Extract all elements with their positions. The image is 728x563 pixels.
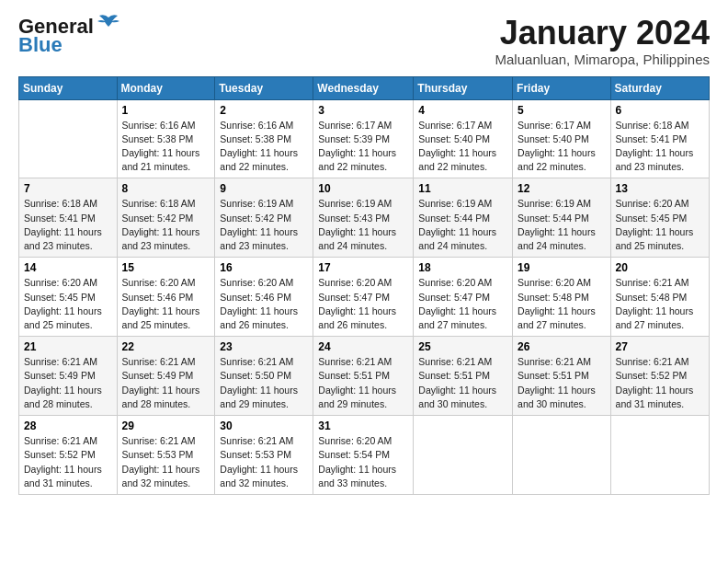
day-info: Sunrise: 6:21 AMSunset: 5:49 PMDaylight:… bbox=[24, 355, 112, 411]
day-info: Sunrise: 6:21 AMSunset: 5:52 PMDaylight:… bbox=[24, 434, 112, 490]
calendar-body: 1Sunrise: 6:16 AMSunset: 5:38 PMDaylight… bbox=[19, 99, 710, 494]
day-cell: 21Sunrise: 6:21 AMSunset: 5:49 PMDayligh… bbox=[19, 337, 118, 416]
week-row: 1Sunrise: 6:16 AMSunset: 5:38 PMDaylight… bbox=[19, 99, 710, 178]
day-number: 31 bbox=[318, 419, 408, 432]
day-cell: 19Sunrise: 6:20 AMSunset: 5:48 PMDayligh… bbox=[513, 258, 611, 337]
day-info: Sunrise: 6:20 AMSunset: 5:47 PMDaylight:… bbox=[418, 276, 507, 332]
header-day: Monday bbox=[117, 76, 215, 99]
day-number: 28 bbox=[24, 419, 112, 432]
header: General Blue January 2024 Maluanluan, Mi… bbox=[18, 15, 710, 67]
day-number: 10 bbox=[318, 182, 408, 195]
day-cell: 13Sunrise: 6:20 AMSunset: 5:45 PMDayligh… bbox=[610, 178, 709, 258]
day-info: Sunrise: 6:17 AMSunset: 5:40 PMDaylight:… bbox=[418, 119, 507, 175]
day-number: 26 bbox=[518, 340, 606, 353]
day-cell: 7Sunrise: 6:18 AMSunset: 5:41 PMDaylight… bbox=[19, 178, 118, 258]
header-day: Saturday bbox=[610, 76, 709, 99]
title-area: January 2024 Maluanluan, Mimaropa, Phili… bbox=[495, 15, 710, 67]
day-info: Sunrise: 6:21 AMSunset: 5:51 PMDaylight:… bbox=[518, 355, 606, 411]
day-info: Sunrise: 6:21 AMSunset: 5:49 PMDaylight:… bbox=[122, 355, 210, 411]
day-number: 25 bbox=[418, 340, 507, 353]
day-cell bbox=[610, 416, 709, 495]
header-day: Wednesday bbox=[313, 76, 414, 99]
day-cell: 5Sunrise: 6:17 AMSunset: 5:40 PMDaylight… bbox=[513, 99, 611, 178]
day-number: 5 bbox=[518, 104, 606, 117]
header-day: Tuesday bbox=[215, 76, 313, 99]
day-number: 23 bbox=[220, 340, 308, 353]
day-cell: 10Sunrise: 6:19 AMSunset: 5:43 PMDayligh… bbox=[313, 178, 414, 258]
week-row: 14Sunrise: 6:20 AMSunset: 5:45 PMDayligh… bbox=[19, 258, 710, 337]
day-info: Sunrise: 6:19 AMSunset: 5:43 PMDaylight:… bbox=[318, 197, 408, 253]
day-cell: 12Sunrise: 6:19 AMSunset: 5:44 PMDayligh… bbox=[513, 178, 611, 258]
day-number: 11 bbox=[418, 182, 507, 195]
week-row: 28Sunrise: 6:21 AMSunset: 5:52 PMDayligh… bbox=[19, 416, 710, 495]
logo-blue-text: Blue bbox=[18, 34, 63, 56]
day-cell bbox=[19, 99, 118, 178]
day-cell: 17Sunrise: 6:20 AMSunset: 5:47 PMDayligh… bbox=[313, 258, 414, 337]
day-cell: 11Sunrise: 6:19 AMSunset: 5:44 PMDayligh… bbox=[414, 178, 513, 258]
header-day: Thursday bbox=[414, 76, 513, 99]
day-cell: 9Sunrise: 6:19 AMSunset: 5:42 PMDaylight… bbox=[215, 178, 313, 258]
day-number: 2 bbox=[220, 104, 308, 117]
logo: General Blue bbox=[18, 15, 121, 56]
day-info: Sunrise: 6:20 AMSunset: 5:45 PMDaylight:… bbox=[616, 197, 704, 253]
day-number: 30 bbox=[220, 419, 308, 432]
day-cell: 29Sunrise: 6:21 AMSunset: 5:53 PMDayligh… bbox=[117, 416, 215, 495]
calendar-table: SundayMondayTuesdayWednesdayThursdayFrid… bbox=[18, 76, 710, 495]
header-day: Sunday bbox=[19, 76, 118, 99]
day-info: Sunrise: 6:21 AMSunset: 5:48 PMDaylight:… bbox=[616, 276, 704, 332]
day-cell: 14Sunrise: 6:20 AMSunset: 5:45 PMDayligh… bbox=[19, 258, 118, 337]
day-cell: 30Sunrise: 6:21 AMSunset: 5:53 PMDayligh… bbox=[215, 416, 313, 495]
calendar-subtitle: Maluanluan, Mimaropa, Philippines bbox=[495, 52, 710, 67]
day-cell: 3Sunrise: 6:17 AMSunset: 5:39 PMDaylight… bbox=[313, 99, 414, 178]
day-number: 20 bbox=[616, 261, 704, 274]
calendar-title: January 2024 bbox=[495, 15, 710, 52]
day-number: 17 bbox=[318, 261, 408, 274]
day-cell bbox=[513, 416, 611, 495]
day-cell: 4Sunrise: 6:17 AMSunset: 5:40 PMDaylight… bbox=[414, 99, 513, 178]
day-cell: 24Sunrise: 6:21 AMSunset: 5:51 PMDayligh… bbox=[313, 337, 414, 416]
day-info: Sunrise: 6:20 AMSunset: 5:47 PMDaylight:… bbox=[318, 276, 408, 332]
day-number: 29 bbox=[122, 419, 210, 432]
day-info: Sunrise: 6:18 AMSunset: 5:41 PMDaylight:… bbox=[616, 119, 704, 175]
day-info: Sunrise: 6:21 AMSunset: 5:53 PMDaylight:… bbox=[122, 434, 210, 490]
day-info: Sunrise: 6:16 AMSunset: 5:38 PMDaylight:… bbox=[220, 119, 308, 175]
day-cell: 22Sunrise: 6:21 AMSunset: 5:49 PMDayligh… bbox=[117, 337, 215, 416]
day-number: 18 bbox=[418, 261, 507, 274]
day-cell: 2Sunrise: 6:16 AMSunset: 5:38 PMDaylight… bbox=[215, 99, 313, 178]
day-number: 16 bbox=[220, 261, 308, 274]
day-info: Sunrise: 6:20 AMSunset: 5:48 PMDaylight:… bbox=[518, 276, 606, 332]
day-number: 22 bbox=[122, 340, 210, 353]
day-info: Sunrise: 6:16 AMSunset: 5:38 PMDaylight:… bbox=[122, 119, 210, 175]
day-number: 9 bbox=[220, 182, 308, 195]
day-number: 19 bbox=[518, 261, 606, 274]
day-info: Sunrise: 6:21 AMSunset: 5:52 PMDaylight:… bbox=[616, 355, 704, 411]
day-cell: 26Sunrise: 6:21 AMSunset: 5:51 PMDayligh… bbox=[513, 337, 611, 416]
day-info: Sunrise: 6:19 AMSunset: 5:44 PMDaylight:… bbox=[418, 197, 507, 253]
day-info: Sunrise: 6:18 AMSunset: 5:42 PMDaylight:… bbox=[122, 197, 210, 253]
day-number: 7 bbox=[24, 182, 112, 195]
day-cell: 15Sunrise: 6:20 AMSunset: 5:46 PMDayligh… bbox=[117, 258, 215, 337]
day-number: 12 bbox=[518, 182, 606, 195]
day-number: 27 bbox=[616, 340, 704, 353]
header-row: SundayMondayTuesdayWednesdayThursdayFrid… bbox=[19, 76, 710, 99]
day-number: 21 bbox=[24, 340, 112, 353]
day-cell: 6Sunrise: 6:18 AMSunset: 5:41 PMDaylight… bbox=[610, 99, 709, 178]
day-info: Sunrise: 6:17 AMSunset: 5:40 PMDaylight:… bbox=[518, 119, 606, 175]
day-info: Sunrise: 6:18 AMSunset: 5:41 PMDaylight:… bbox=[24, 197, 112, 253]
day-cell: 25Sunrise: 6:21 AMSunset: 5:51 PMDayligh… bbox=[414, 337, 513, 416]
day-cell: 27Sunrise: 6:21 AMSunset: 5:52 PMDayligh… bbox=[610, 337, 709, 416]
calendar-header: SundayMondayTuesdayWednesdayThursdayFrid… bbox=[19, 76, 710, 99]
day-cell: 16Sunrise: 6:20 AMSunset: 5:46 PMDayligh… bbox=[215, 258, 313, 337]
day-cell bbox=[414, 416, 513, 495]
day-info: Sunrise: 6:20 AMSunset: 5:46 PMDaylight:… bbox=[220, 276, 308, 332]
day-info: Sunrise: 6:20 AMSunset: 5:46 PMDaylight:… bbox=[122, 276, 210, 332]
day-number: 3 bbox=[318, 104, 408, 117]
day-cell: 31Sunrise: 6:20 AMSunset: 5:54 PMDayligh… bbox=[313, 416, 414, 495]
day-info: Sunrise: 6:21 AMSunset: 5:51 PMDaylight:… bbox=[318, 355, 408, 411]
day-info: Sunrise: 6:19 AMSunset: 5:42 PMDaylight:… bbox=[220, 197, 308, 253]
day-cell: 20Sunrise: 6:21 AMSunset: 5:48 PMDayligh… bbox=[610, 258, 709, 337]
day-info: Sunrise: 6:21 AMSunset: 5:51 PMDaylight:… bbox=[418, 355, 507, 411]
week-row: 7Sunrise: 6:18 AMSunset: 5:41 PMDaylight… bbox=[19, 178, 710, 258]
week-row: 21Sunrise: 6:21 AMSunset: 5:49 PMDayligh… bbox=[19, 337, 710, 416]
day-cell: 8Sunrise: 6:18 AMSunset: 5:42 PMDaylight… bbox=[117, 178, 215, 258]
